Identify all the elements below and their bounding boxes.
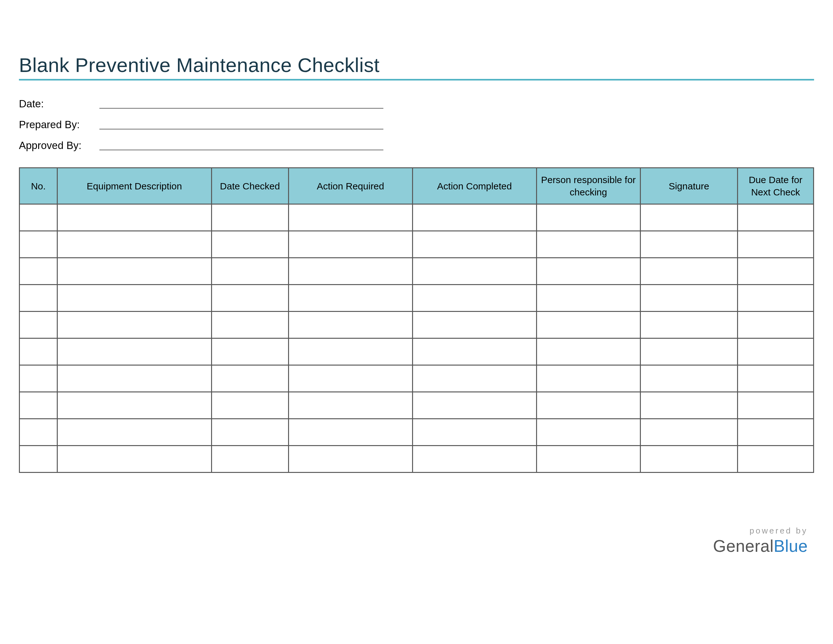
table-cell[interactable]	[737, 338, 814, 365]
table-cell[interactable]	[288, 258, 412, 285]
table-cell[interactable]	[536, 446, 640, 473]
meta-section: Date: Prepared By: Approved By:	[19, 98, 814, 151]
table-cell[interactable]	[211, 419, 288, 446]
brand-general-text: General	[713, 537, 774, 555]
header-date-checked: Date Checked	[211, 168, 288, 204]
table-cell[interactable]	[640, 285, 737, 312]
table-cell[interactable]	[19, 365, 58, 392]
table-cell[interactable]	[640, 365, 737, 392]
table-cell[interactable]	[19, 446, 58, 473]
table-cell[interactable]	[536, 258, 640, 285]
table-cell[interactable]	[412, 419, 536, 446]
table-cell[interactable]	[211, 312, 288, 338]
table-cell[interactable]	[536, 285, 640, 312]
table-cell[interactable]	[412, 258, 536, 285]
table-cell[interactable]	[536, 419, 640, 446]
table-header-row: No. Equipment Description Date Checked A…	[19, 168, 814, 204]
table-cell[interactable]	[412, 204, 536, 231]
approved-by-label: Approved By:	[19, 140, 100, 151]
table-cell[interactable]	[737, 419, 814, 446]
table-cell[interactable]	[737, 392, 814, 419]
table-cell[interactable]	[19, 285, 58, 312]
table-cell[interactable]	[288, 338, 412, 365]
table-cell[interactable]	[640, 419, 737, 446]
table-cell[interactable]	[288, 446, 412, 473]
table-cell[interactable]	[288, 285, 412, 312]
table-cell[interactable]	[536, 231, 640, 258]
table-cell[interactable]	[58, 231, 212, 258]
table-cell[interactable]	[536, 204, 640, 231]
table-cell[interactable]	[737, 258, 814, 285]
table-cell[interactable]	[737, 285, 814, 312]
table-cell[interactable]	[412, 365, 536, 392]
table-cell[interactable]	[412, 338, 536, 365]
table-row	[19, 231, 814, 258]
table-cell[interactable]	[737, 312, 814, 338]
table-cell[interactable]	[737, 446, 814, 473]
table-cell[interactable]	[19, 204, 58, 231]
table-cell[interactable]	[412, 285, 536, 312]
table-cell[interactable]	[58, 419, 212, 446]
table-cell[interactable]	[58, 204, 212, 231]
table-cell[interactable]	[211, 204, 288, 231]
table-cell[interactable]	[412, 312, 536, 338]
table-cell[interactable]	[211, 365, 288, 392]
table-cell[interactable]	[412, 231, 536, 258]
table-cell[interactable]	[640, 312, 737, 338]
table-cell[interactable]	[536, 312, 640, 338]
table-cell[interactable]	[19, 231, 58, 258]
table-cell[interactable]	[536, 392, 640, 419]
table-cell[interactable]	[211, 231, 288, 258]
table-cell[interactable]	[211, 392, 288, 419]
header-signature: Signature	[640, 168, 737, 204]
checklist-table: No. Equipment Description Date Checked A…	[19, 167, 814, 473]
table-cell[interactable]	[288, 392, 412, 419]
table-cell[interactable]	[19, 312, 58, 338]
table-cell[interactable]	[211, 285, 288, 312]
table-cell[interactable]	[288, 365, 412, 392]
prepared-by-input-line[interactable]	[100, 129, 383, 129]
table-cell[interactable]	[640, 204, 737, 231]
table-cell[interactable]	[211, 258, 288, 285]
header-equipment: Equipment Description	[58, 168, 212, 204]
table-row	[19, 338, 814, 365]
table-cell[interactable]	[58, 446, 212, 473]
table-cell[interactable]	[19, 338, 58, 365]
table-cell[interactable]	[737, 365, 814, 392]
table-cell[interactable]	[19, 419, 58, 446]
table-cell[interactable]	[640, 258, 737, 285]
table-cell[interactable]	[412, 446, 536, 473]
table-cell[interactable]	[58, 338, 212, 365]
table-cell[interactable]	[211, 338, 288, 365]
title-underline	[19, 79, 814, 80]
table-cell[interactable]	[640, 338, 737, 365]
table-body	[19, 204, 814, 473]
table-cell[interactable]	[288, 231, 412, 258]
table-row	[19, 419, 814, 446]
table-cell[interactable]	[288, 419, 412, 446]
table-cell[interactable]	[536, 365, 640, 392]
table-cell[interactable]	[58, 312, 212, 338]
table-cell[interactable]	[58, 285, 212, 312]
table-cell[interactable]	[58, 392, 212, 419]
table-cell[interactable]	[288, 204, 412, 231]
footer: powered by GeneralBlue	[713, 526, 808, 555]
table-cell[interactable]	[640, 231, 737, 258]
approved-by-input-line[interactable]	[100, 150, 383, 150]
table-row	[19, 365, 814, 392]
table-cell[interactable]	[58, 258, 212, 285]
table-cell[interactable]	[737, 204, 814, 231]
table-row	[19, 312, 814, 338]
table-cell[interactable]	[640, 392, 737, 419]
table-cell[interactable]	[19, 258, 58, 285]
table-cell[interactable]	[58, 365, 212, 392]
table-cell[interactable]	[737, 231, 814, 258]
table-cell[interactable]	[640, 446, 737, 473]
table-cell[interactable]	[412, 392, 536, 419]
brand-blue-text: Blue	[774, 537, 808, 555]
table-cell[interactable]	[536, 338, 640, 365]
table-cell[interactable]	[211, 446, 288, 473]
table-cell[interactable]	[19, 392, 58, 419]
table-cell[interactable]	[288, 312, 412, 338]
date-input-line[interactable]	[100, 108, 383, 109]
